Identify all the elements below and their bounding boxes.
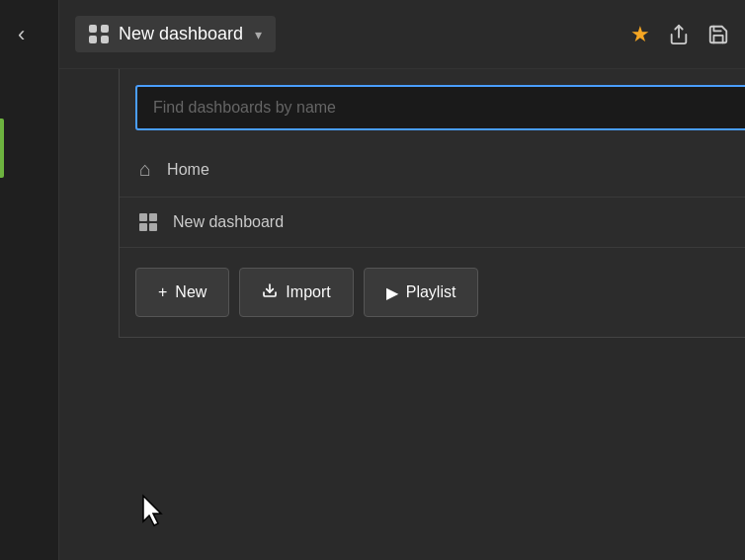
home-icon: ⌂	[139, 158, 151, 181]
share-icon	[668, 24, 690, 45]
menu-item-new-dashboard-label: New dashboard	[173, 213, 284, 231]
dashboard-picker-button[interactable]: New dashboard ▾	[75, 16, 276, 52]
back-button[interactable]: ‹	[18, 22, 25, 47]
dashboard-grid-icon	[89, 25, 109, 44]
new-button[interactable]: + New	[135, 268, 229, 317]
grid-icon	[139, 213, 157, 231]
play-icon: ▶	[386, 283, 398, 302]
search-container	[120, 69, 745, 142]
share-button[interactable]	[668, 24, 690, 45]
search-input[interactable]	[135, 85, 745, 130]
star-button[interactable]: ★	[630, 22, 650, 47]
top-bar: New dashboard ▾ ★	[59, 0, 745, 69]
dashboard-title: New dashboard	[119, 24, 243, 44]
dropdown-panel: ⌂ Home New dashboard + New	[119, 69, 745, 338]
menu-item-new-dashboard[interactable]: New dashboard	[120, 198, 745, 248]
action-buttons: + New Import ▶ Playlist	[120, 248, 745, 337]
menu-item-home-label: Home	[167, 161, 209, 179]
download-icon	[262, 282, 278, 302]
playlist-button-label: Playlist	[406, 283, 456, 301]
top-bar-icons: ★	[630, 22, 729, 47]
chevron-down-icon: ▾	[255, 27, 262, 42]
import-button[interactable]: Import	[239, 268, 353, 317]
playlist-button[interactable]: ▶ Playlist	[364, 268, 479, 317]
save-icon	[707, 24, 729, 45]
plus-icon: +	[158, 283, 167, 301]
save-button[interactable]	[707, 24, 729, 45]
new-button-label: New	[175, 283, 207, 301]
menu-item-home[interactable]: ⌂ Home	[120, 142, 745, 198]
sidebar: ‹	[0, 0, 59, 560]
import-button-label: Import	[286, 283, 330, 301]
main-area: New dashboard ▾ ★	[59, 0, 745, 560]
sidebar-accent	[0, 119, 4, 178]
